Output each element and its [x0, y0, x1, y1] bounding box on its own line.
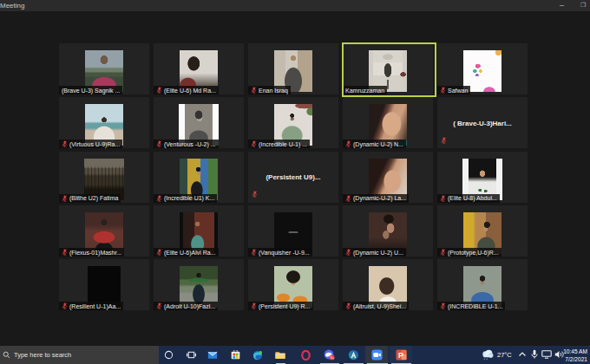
- svg-text:9+: 9+: [330, 356, 333, 360]
- svg-text:P: P: [398, 351, 403, 360]
